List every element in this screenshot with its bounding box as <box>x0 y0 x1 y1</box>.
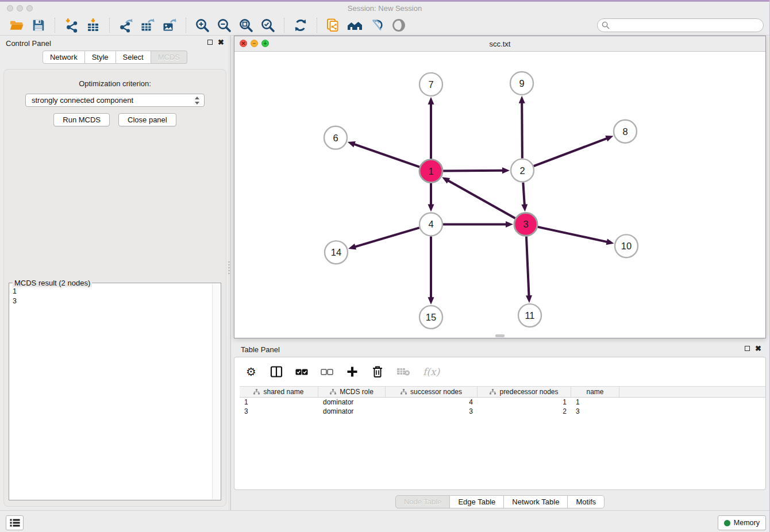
cell-MCDS-role[interactable]: dominator <box>318 398 386 407</box>
save-session-icon[interactable] <box>30 17 47 34</box>
zoom-out-icon[interactable] <box>215 17 233 34</box>
edge-3-11[interactable] <box>526 236 532 303</box>
toggle-panel-icon[interactable] <box>270 365 283 379</box>
edge-2-8[interactable] <box>534 136 614 166</box>
column-label: predecessor nodes <box>499 388 558 396</box>
node-4[interactable]: 4 <box>419 213 442 236</box>
first-neighbors-icon[interactable] <box>346 17 364 34</box>
cell-predecessor-nodes[interactable]: 1 <box>478 398 571 407</box>
panel-splitter[interactable] <box>228 36 231 510</box>
window-accent-strip <box>0 0 769 2</box>
float-panel-icon[interactable] <box>745 346 750 351</box>
select-all-icon[interactable] <box>295 365 308 379</box>
edge-4-3[interactable] <box>443 221 513 228</box>
network-canvas[interactable]: 7968124314101511 <box>234 51 765 338</box>
column-header-MCDS-role[interactable]: MCDS role <box>318 387 386 397</box>
node-1-selected[interactable]: 1 <box>419 160 442 183</box>
tab-style[interactable]: Style <box>85 51 116 64</box>
run-mcds-button[interactable]: Run MCDS <box>53 113 110 126</box>
node-9[interactable]: 9 <box>510 72 533 95</box>
edge-3-10[interactable] <box>538 227 614 245</box>
float-panel-icon[interactable] <box>207 40 213 45</box>
zoom-selected-icon[interactable] <box>259 17 276 34</box>
mcds-result-text[interactable]: 1 3 <box>9 286 212 500</box>
node-3-selected[interactable]: 3 <box>514 213 537 236</box>
zoom-fit-icon[interactable] <box>237 17 255 34</box>
edge-3-1[interactable] <box>442 177 515 218</box>
node-label: 14 <box>331 247 341 257</box>
node-7[interactable]: 7 <box>419 73 442 96</box>
column-header-successor-nodes[interactable]: successor nodes <box>386 387 478 397</box>
column-header-name[interactable]: name <box>571 387 619 397</box>
search-box <box>597 18 764 32</box>
edge-2-3[interactable] <box>521 182 528 211</box>
import-table-icon[interactable] <box>84 17 102 34</box>
close-panel-icon[interactable]: ✖ <box>755 345 761 352</box>
import-network-icon[interactable] <box>63 17 80 34</box>
scrollbar-track[interactable] <box>212 284 220 499</box>
edge-4-15[interactable] <box>428 236 434 304</box>
settings-gear-icon[interactable]: ⚙ <box>245 365 257 379</box>
cell-successor-nodes[interactable]: 4 <box>386 398 478 407</box>
edge-4-14[interactable] <box>348 228 419 249</box>
cell-successor-nodes[interactable]: 3 <box>386 407 478 416</box>
table-row[interactable]: 1dominator411 <box>240 398 765 407</box>
edge-1-2[interactable] <box>443 167 510 174</box>
node-10[interactable]: 10 <box>615 234 638 257</box>
list-icon <box>10 519 20 527</box>
column-label: name <box>586 388 603 396</box>
export-table-icon[interactable] <box>139 17 156 34</box>
refresh-icon[interactable] <box>292 17 309 34</box>
export-image-icon[interactable] <box>161 17 178 34</box>
close-panel-button[interactable]: Close panel <box>118 113 176 126</box>
criterion-select[interactable]: strongly connected component <box>25 94 205 107</box>
cell-predecessor-nodes[interactable]: 2 <box>478 407 571 416</box>
clone-network-icon[interactable] <box>325 17 342 34</box>
node-11[interactable]: 11 <box>518 304 541 327</box>
node-14[interactable]: 14 <box>325 241 348 264</box>
node-table-body: ⚙ f(x) shared nameMCDS rolesuccessor nod <box>234 357 766 490</box>
column-header-shared-name[interactable]: shared name <box>240 387 318 397</box>
horizontal-scrollbar-thumb[interactable] <box>495 334 505 337</box>
node-2[interactable]: 2 <box>511 159 534 182</box>
tab-node-table[interactable]: Node Table <box>395 495 451 508</box>
node-label: 15 <box>426 312 436 322</box>
edge-1-4[interactable] <box>428 183 434 212</box>
network-frame-titlebar[interactable]: ✕ − + scc.txt <box>234 36 765 52</box>
edge-1-7[interactable] <box>428 97 434 159</box>
cell-shared-name[interactable]: 1 <box>240 398 318 407</box>
cell-shared-name[interactable]: 3 <box>240 407 318 416</box>
memory-button[interactable]: Memory <box>718 515 766 530</box>
node-6[interactable]: 6 <box>324 126 347 149</box>
column-label: MCDS role <box>340 388 374 396</box>
delete-table-icon <box>396 365 410 379</box>
tab-select[interactable]: Select <box>116 51 151 64</box>
tab-mcds[interactable]: MCDS <box>151 51 187 64</box>
node-15[interactable]: 15 <box>419 306 442 329</box>
mcds-panel: Optimization criterion: strongly connect… <box>3 69 226 507</box>
table-row[interactable]: 3dominator323 <box>240 407 765 416</box>
open-file-icon[interactable] <box>8 17 25 34</box>
delete-entry-icon[interactable] <box>371 365 384 379</box>
export-network-icon[interactable] <box>117 17 134 34</box>
task-history-button[interactable] <box>6 515 24 530</box>
tab-motifs[interactable]: Motifs <box>568 495 605 508</box>
edge-2-9[interactable] <box>519 96 525 159</box>
tab-network-table[interactable]: Network Table <box>504 495 568 508</box>
deselect-all-icon[interactable] <box>321 365 333 379</box>
edge-1-6[interactable] <box>348 141 419 167</box>
add-column-icon[interactable] <box>346 365 359 379</box>
node-8[interactable]: 8 <box>614 120 637 143</box>
cell-name[interactable]: 1 <box>571 398 619 407</box>
tab-network[interactable]: Network <box>43 51 85 64</box>
node-table: shared nameMCDS rolesuccessor nodesprede… <box>240 386 765 416</box>
zoom-in-icon[interactable] <box>194 17 211 34</box>
cell-MCDS-role[interactable]: dominator <box>318 407 386 416</box>
cell-name[interactable]: 3 <box>571 407 619 416</box>
show-all-icon[interactable] <box>390 17 407 34</box>
hide-selected-icon[interactable] <box>368 17 386 34</box>
search-input[interactable] <box>597 18 764 32</box>
close-panel-icon[interactable]: ✖ <box>218 39 224 45</box>
column-header-predecessor-nodes[interactable]: predecessor nodes <box>478 387 571 397</box>
tab-edge-table[interactable]: Edge Table <box>450 495 504 508</box>
